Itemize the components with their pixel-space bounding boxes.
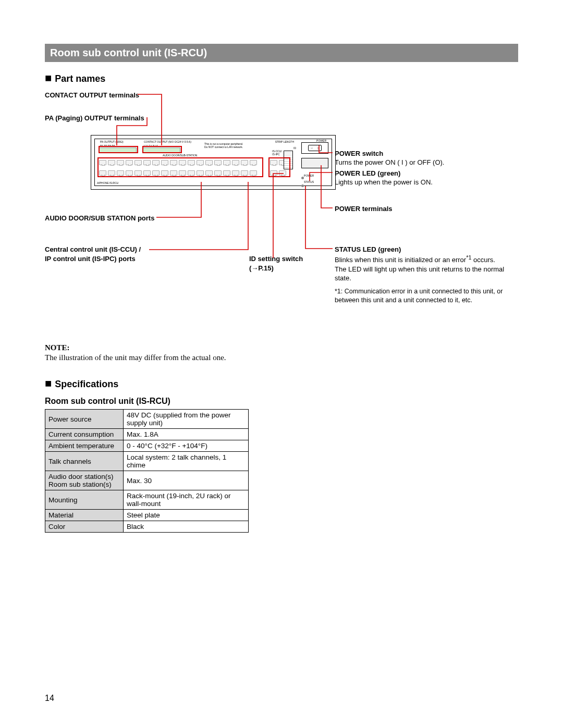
- desc-power-led: Lights up when the power is ON.: [335, 178, 507, 187]
- spec-key: Current consumption: [45, 429, 124, 440]
- note-block: NOTE: The illustration of the unit may d…: [45, 343, 518, 362]
- label-audio-door: AUDIO DOOR/SUB STATION ports: [45, 214, 154, 222]
- label-power-led: POWER LED (green): [335, 169, 400, 177]
- device-strip-label: STRIP LENGTH: [275, 140, 294, 143]
- footnote-status: *1: Communication error in a unit connec…: [335, 287, 512, 305]
- spec-value: Local system: 2 talk channels, 1 chime: [124, 452, 249, 471]
- spec-key: Mounting: [45, 490, 124, 510]
- device-id-label: ID: [293, 146, 296, 150]
- label-id-switch-2: (→P.15): [249, 264, 274, 272]
- table-row: Audio door station(s)Room sub station(s)…: [45, 471, 249, 490]
- spec-key: Talk channels: [45, 452, 124, 471]
- note-label: NOTE:: [45, 343, 518, 352]
- device-pa-label: PA OUTPUT (600Ω): [100, 140, 124, 143]
- label-status-led: STATUS LED (green): [335, 245, 401, 253]
- square-bullet-icon: ■: [45, 377, 52, 390]
- label-ccu-2: IP control unit (IS-IPC) ports: [45, 255, 136, 263]
- device-illustration: This is not a computer peripheral. Do NO…: [91, 135, 336, 190]
- spec-value: Steel plate: [124, 510, 249, 521]
- page-number: 14: [45, 694, 54, 703]
- label-power-terminals: POWER terminals: [335, 205, 393, 213]
- part-names-diagram: CONTACT OUTPUT terminals PA (Paging) OUT…: [45, 91, 518, 331]
- spec-value: Max. 1.8A: [124, 429, 249, 440]
- table-row: MountingRack-mount (19-inch, 2U rack) or…: [45, 490, 249, 510]
- specs-subtitle: Room sub control unit (IS-RCU): [45, 397, 518, 406]
- device-caption-2: Do NOT connect to LAN network.: [204, 145, 243, 149]
- spec-value: 0 - 40°C (+32°F - +104°F): [124, 440, 249, 452]
- specs-label: Specifications: [55, 379, 118, 389]
- table-row: Talk channelsLocal system: 2 talk channe…: [45, 452, 249, 471]
- status-desc-1: Blinks when this unit is initialized or …: [335, 256, 466, 264]
- spec-value: 48V DC (supplied from the power supply u…: [124, 410, 249, 429]
- table-row: Ambient temperature0 - 40°C (+32°F - +10…: [45, 440, 249, 452]
- label-contact-output: CONTACT OUTPUT terminals: [45, 91, 139, 99]
- device-isccu-label: IS-CCU/IS-IPC: [272, 150, 282, 156]
- spec-key: Power source: [45, 410, 124, 429]
- note-text: The illustration of the unit may differ …: [45, 353, 518, 362]
- table-row: MaterialSteel plate: [45, 510, 249, 521]
- status-sup: *1: [466, 254, 471, 261]
- spec-table: Power source48V DC (supplied from the po…: [45, 409, 249, 533]
- part-names-label: Part names: [55, 73, 105, 84]
- status-desc-2: occurs.: [473, 256, 495, 264]
- device-contact-label: CONTACT OUTPUT (N/O DC24 V 0.5 A): [144, 140, 191, 143]
- device-brand: AIPHONE IS-RCU: [97, 181, 118, 184]
- label-ccu-1: Central control unit (IS-CCU) /: [45, 245, 141, 253]
- table-row: Current consumptionMax. 1.8A: [45, 429, 249, 440]
- footnote-text: Communication error in a unit connected …: [335, 288, 503, 304]
- square-bullet-icon: ■: [45, 71, 52, 84]
- label-id-switch-1: ID setting switch: [249, 255, 303, 263]
- label-power-switch: POWER switch: [335, 150, 383, 157]
- spec-key: Material: [45, 510, 124, 521]
- table-row: Power source48V DC (supplied from the po…: [45, 410, 249, 429]
- spec-key: Ambient temperature: [45, 440, 124, 452]
- status-desc-3: The LED will light up when this unit ret…: [335, 265, 504, 282]
- label-pa-output: PA (Paging) OUTPUT terminals: [45, 114, 144, 122]
- table-row: ColorBlack: [45, 521, 249, 533]
- spec-key: Audio door station(s)Room sub station(s): [45, 471, 124, 490]
- section-specifications: ■Specifications: [45, 377, 518, 390]
- spec-value: Black: [124, 521, 249, 533]
- spec-value: Max. 30: [124, 471, 249, 490]
- page-title-bar: Room sub control unit (IS-RCU): [45, 44, 518, 62]
- desc-status-led: Blinks when this unit is initialized or …: [335, 254, 512, 283]
- spec-value: Rack-mount (19-inch, 2U rack) or wall-mo…: [124, 490, 249, 510]
- desc-power-switch: Turns the power ON ( I ) or OFF (O).: [335, 158, 507, 167]
- section-part-names: ■Part names: [45, 71, 518, 85]
- spec-key: Color: [45, 521, 124, 533]
- footnote-prefix: *1:: [335, 288, 342, 295]
- device-audio-label: AUDIO DOOR/SUB-STATION: [163, 154, 197, 157]
